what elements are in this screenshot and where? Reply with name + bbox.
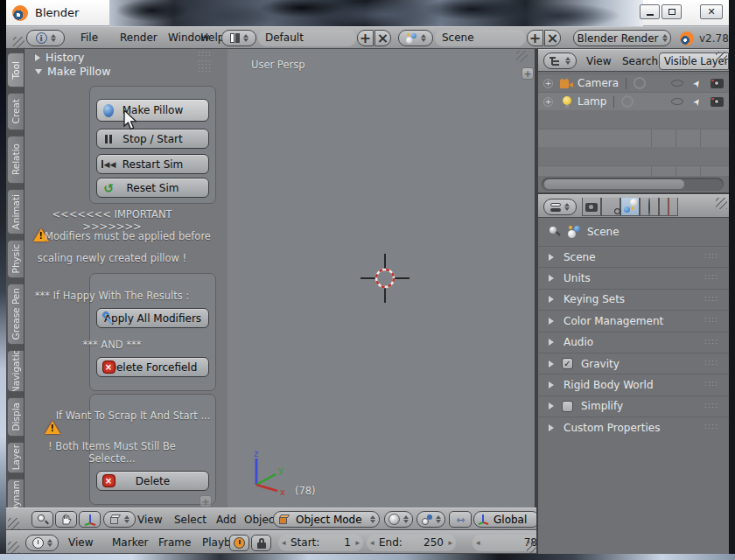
- property-panel-custom-properties[interactable]: Custom Properties::::: [538, 416, 729, 438]
- magnifier-icon-button[interactable]: [32, 511, 53, 528]
- panel-drag-dots[interactable]: ::::: [704, 294, 718, 303]
- lock-frame-button[interactable]: [251, 535, 271, 551]
- 3d-viewport[interactable]: User Persp + z y x (78): [228, 49, 536, 508]
- timeline-menu-view[interactable]: View: [68, 536, 93, 549]
- panel-header-history[interactable]: History: [35, 51, 84, 64]
- editor-type-selector-info[interactable]: i: [26, 30, 65, 46]
- delete-forcefield-button[interactable]: × Delete Forcefield: [96, 357, 209, 377]
- panel-drag-dots[interactable]: ::::: [704, 401, 718, 410]
- property-panel-units[interactable]: Units::::: [538, 267, 729, 288]
- scene-name-field[interactable]: Scene: [435, 30, 526, 46]
- editor-type-selector-properties[interactable]: [543, 199, 577, 215]
- delete-button[interactable]: × Delete: [96, 471, 209, 491]
- transform-orientation-dropdown[interactable]: Global: [473, 511, 540, 528]
- pin-icon[interactable]: [549, 226, 561, 238]
- frame-start-field[interactable]: ◂ Start: 1 ▸: [278, 535, 363, 551]
- make-pillow-button[interactable]: Make Pillow: [96, 99, 209, 122]
- frame-end-field[interactable]: ◂ End: 250 ▸: [367, 535, 456, 551]
- visibility-eye-icon[interactable]: [671, 80, 683, 87]
- panel-drag-dots[interactable]: ::::: [704, 251, 718, 260]
- render-engine-dropdown[interactable]: Blender Render: [573, 30, 671, 46]
- toolshelf-tab-displa[interactable]: Displa: [7, 397, 24, 437]
- panel-drag-dots[interactable]: ::::: [704, 337, 718, 346]
- reset-sim-button[interactable]: ↺Reset Sim: [96, 178, 209, 198]
- expand-icon[interactable]: +: [543, 97, 553, 107]
- area-corner-handle[interactable]: [716, 198, 727, 209]
- panel-drag-dots[interactable]: ::::: [704, 315, 718, 324]
- editor-type-selector-3dview[interactable]: [103, 511, 136, 528]
- visibility-eye-icon[interactable]: [671, 98, 683, 105]
- toolshelf-tab-layer[interactable]: Layer: [7, 442, 24, 473]
- renderability-camera-icon[interactable]: [710, 79, 724, 88]
- viewport-menu-view[interactable]: View: [137, 514, 162, 526]
- timeline-menu-frame[interactable]: Frame: [158, 536, 191, 549]
- add-layout-button[interactable]: +: [357, 30, 374, 46]
- outliner-row-camera[interactable]: +Camera➤: [538, 74, 729, 92]
- scene-tab[interactable]: [620, 198, 640, 216]
- property-panel-simplify[interactable]: Simplify::::: [538, 396, 729, 416]
- render-layers-tab[interactable]: [601, 198, 620, 216]
- area-corner-handle[interactable]: [716, 52, 727, 63]
- toolshelf-tab-creat[interactable]: Creat: [7, 93, 24, 130]
- editor-type-selector-outliner[interactable]: [543, 52, 577, 69]
- texture-tab[interactable]: [659, 198, 678, 216]
- restart-sim-button[interactable]: ◀◀Restart Sim: [96, 154, 209, 174]
- property-panel-rigid-body-world[interactable]: Rigid Body World::::: [538, 374, 729, 395]
- outliner-scrollbar-thumb[interactable]: [544, 179, 684, 189]
- add-scene-button[interactable]: +: [527, 30, 543, 46]
- area-corner-handle[interactable]: [8, 518, 19, 529]
- property-panel-color-management[interactable]: Color Management::::: [538, 310, 729, 331]
- expand-icon[interactable]: +: [543, 79, 553, 88]
- toolshelf-tab-grease-pen[interactable]: Grease Pen: [7, 284, 24, 345]
- panel-drag-dots[interactable]: ::::: [198, 65, 212, 74]
- manipulator-icon-button[interactable]: [79, 511, 101, 528]
- playback-sync-button[interactable]: [229, 535, 249, 551]
- toolshelf-tab-animati[interactable]: Animati: [7, 189, 24, 234]
- screen-layout-icon-button[interactable]: [221, 30, 256, 46]
- world-tab[interactable]: [640, 198, 659, 216]
- close-button[interactable]: ✕: [700, 4, 723, 19]
- minimize-button[interactable]: [640, 4, 660, 19]
- panel-drag-dots[interactable]: ::::: [704, 422, 718, 430]
- panel-drag-dots[interactable]: ::::: [704, 272, 718, 281]
- panel-drag-dots[interactable]: ::::::::: [198, 49, 212, 66]
- hand-icon-button[interactable]: [55, 511, 77, 528]
- shelf-add-icon[interactable]: +: [200, 495, 212, 508]
- property-panel-gravity[interactable]: ✓Gravity::::: [538, 353, 729, 374]
- viewport-menu-add[interactable]: Add: [216, 514, 236, 526]
- stop-start-button[interactable]: Stop / Start: [96, 129, 209, 149]
- toolshelf-tab-relatio[interactable]: Relatio: [7, 136, 24, 184]
- area-corner-handle[interactable]: [13, 37, 24, 48]
- property-panel-keying-sets[interactable]: Keying Sets::::: [538, 289, 729, 310]
- maximize-button[interactable]: [662, 4, 682, 19]
- breadcrumb-label[interactable]: Scene: [587, 226, 620, 238]
- open-properties-region-button[interactable]: +: [522, 67, 534, 80]
- window-titlebar[interactable]: Blender ✕: [6, 0, 729, 26]
- area-corner-handle[interactable]: [516, 51, 528, 62]
- remove-scene-button[interactable]: ×: [544, 30, 561, 46]
- checkbox-unchecked[interactable]: [562, 401, 573, 412]
- remove-layout-button[interactable]: ×: [374, 30, 391, 46]
- render-tab[interactable]: [582, 198, 601, 216]
- selectability-cursor-icon[interactable]: ➤: [690, 94, 704, 108]
- property-panel-audio[interactable]: Audio::::: [538, 332, 729, 353]
- screen-layout-name-field[interactable]: Default: [258, 30, 356, 46]
- apply-all-modifiers-button[interactable]: Apply All Modifiers: [96, 308, 209, 328]
- toolshelf-tab-tool[interactable]: Tool: [7, 52, 24, 88]
- outliner-menu-search[interactable]: Search: [622, 55, 658, 67]
- manipulator-toggle-button[interactable]: ⇿: [449, 511, 472, 528]
- viewport-menu-select[interactable]: Select: [174, 514, 206, 526]
- outliner-row-lamp[interactable]: +Lamp➤: [538, 92, 729, 110]
- outliner-scrollbar-track[interactable]: [542, 178, 724, 191]
- toolshelf-tab-physic[interactable]: Physic: [7, 240, 24, 278]
- panel-drag-dots[interactable]: ::::: [704, 358, 718, 367]
- viewport-shading-dropdown[interactable]: [384, 511, 413, 528]
- renderability-camera-icon[interactable]: [710, 97, 724, 107]
- property-panel-scene[interactable]: Scene::::: [538, 246, 729, 267]
- editor-type-selector-timeline[interactable]: [25, 535, 59, 551]
- selectability-cursor-icon[interactable]: ➤: [690, 76, 704, 89]
- menu-render[interactable]: Render: [120, 32, 158, 44]
- checkbox-checked[interactable]: ✓: [562, 358, 573, 369]
- mode-dropdown[interactable]: Object Mode: [273, 511, 380, 528]
- outliner-menu-view[interactable]: View: [586, 55, 611, 67]
